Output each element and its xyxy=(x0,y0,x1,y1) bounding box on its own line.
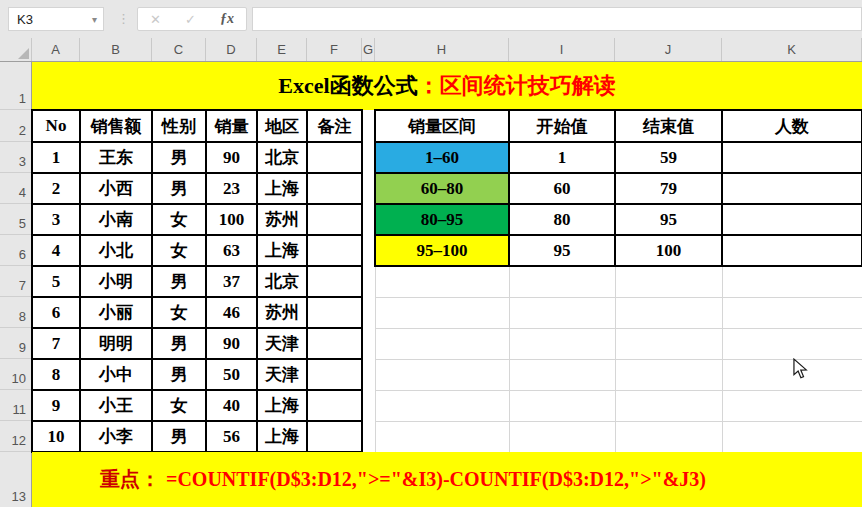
row-header-8[interactable]: 8 xyxy=(0,297,31,328)
formula-banner[interactable]: 重点： =COUNTIF(D$3:D12,">="&I3)-COUNTIF(D$… xyxy=(32,452,862,507)
interval-range-cell[interactable]: 95–100 xyxy=(375,235,509,266)
cell[interactable]: 女 xyxy=(152,204,206,235)
cell[interactable]: 79 xyxy=(615,173,722,204)
cell[interactable]: 6 xyxy=(32,297,80,328)
cell[interactable]: 小丽 xyxy=(80,297,152,328)
row-header-4[interactable]: 4 xyxy=(0,173,31,204)
cell[interactable]: 5 xyxy=(32,266,80,297)
cell[interactable]: 小南 xyxy=(80,204,152,235)
cell[interactable]: 9 xyxy=(32,390,80,421)
row-header-11[interactable]: 11 xyxy=(0,390,31,421)
cell[interactable]: 1 xyxy=(509,142,615,173)
cell[interactable] xyxy=(307,142,362,173)
column-header-j[interactable]: J xyxy=(615,38,722,61)
header-cell[interactable]: 结束值 xyxy=(615,110,722,142)
cell[interactable]: 王东 xyxy=(80,142,152,173)
cell[interactable] xyxy=(722,142,862,173)
cell[interactable] xyxy=(307,297,362,328)
cell[interactable]: 80 xyxy=(509,204,615,235)
name-box-dropdown-icon[interactable]: ▾ xyxy=(92,14,103,25)
column-header-i[interactable]: I xyxy=(509,38,615,61)
cell[interactable]: 小北 xyxy=(80,235,152,266)
formula-bar[interactable] xyxy=(252,7,862,31)
cell[interactable]: 小中 xyxy=(80,359,152,390)
header-cell[interactable]: No xyxy=(32,110,80,142)
cell[interactable] xyxy=(307,421,362,452)
cell[interactable]: 95 xyxy=(509,235,615,266)
cancel-icon[interactable]: ✕ xyxy=(150,12,161,27)
column-header-c[interactable]: C xyxy=(152,38,206,61)
cell[interactable] xyxy=(307,390,362,421)
cell[interactable] xyxy=(307,204,362,235)
cell[interactable]: 女 xyxy=(152,390,206,421)
cell[interactable]: 100 xyxy=(615,235,722,266)
interval-range-cell[interactable]: 80–95 xyxy=(375,204,509,235)
column-header-k[interactable]: K xyxy=(722,38,862,61)
column-header-g[interactable]: G xyxy=(362,38,375,61)
cell[interactable]: 上海 xyxy=(257,421,307,452)
cell[interactable]: 10 xyxy=(32,421,80,452)
header-cell[interactable]: 销售额 xyxy=(80,110,152,142)
cell[interactable] xyxy=(722,173,862,204)
row-header-12[interactable]: 12 xyxy=(0,421,31,452)
cell[interactable]: 7 xyxy=(32,328,80,359)
cell[interactable]: 小王 xyxy=(80,390,152,421)
cell[interactable]: 37 xyxy=(206,266,257,297)
header-cell[interactable]: 销量区间 xyxy=(375,110,509,142)
row-header-3[interactable]: 3 xyxy=(0,142,31,173)
cell[interactable]: 90 xyxy=(206,328,257,359)
cell[interactable] xyxy=(722,235,862,266)
cell[interactable]: 北京 xyxy=(257,266,307,297)
column-header-h[interactable]: H xyxy=(375,38,509,61)
cell[interactable]: 小明 xyxy=(80,266,152,297)
column-header-e[interactable]: E xyxy=(257,38,307,61)
cell[interactable] xyxy=(307,328,362,359)
header-cell[interactable]: 备注 xyxy=(307,110,362,142)
cell[interactable]: 男 xyxy=(152,359,206,390)
cell[interactable]: 男 xyxy=(152,266,206,297)
name-box-input[interactable] xyxy=(9,12,87,27)
cell[interactable]: 90 xyxy=(206,142,257,173)
row-header-10[interactable]: 10 xyxy=(0,359,31,390)
cell[interactable]: 天津 xyxy=(257,359,307,390)
cell[interactable]: 女 xyxy=(152,297,206,328)
header-cell[interactable]: 人数 xyxy=(722,110,862,142)
name-box[interactable]: ▾ xyxy=(8,7,104,31)
cell[interactable] xyxy=(307,173,362,204)
cell[interactable]: 95 xyxy=(615,204,722,235)
cell[interactable]: 100 xyxy=(206,204,257,235)
column-header-d[interactable]: D xyxy=(206,38,257,61)
enter-icon[interactable]: ✓ xyxy=(185,12,196,27)
cell[interactable]: 4 xyxy=(32,235,80,266)
insert-function-icon[interactable]: ƒx xyxy=(220,11,234,27)
cell[interactable]: 男 xyxy=(152,173,206,204)
cell[interactable]: 2 xyxy=(32,173,80,204)
title-banner[interactable]: Excel函数公式：区间统计技巧解读 xyxy=(32,62,862,110)
cell[interactable]: 8 xyxy=(32,359,80,390)
cell[interactable]: 男 xyxy=(152,328,206,359)
cell[interactable]: 小西 xyxy=(80,173,152,204)
header-cell[interactable]: 销量 xyxy=(206,110,257,142)
row-header-1[interactable]: 1 xyxy=(0,62,31,110)
cell[interactable]: 40 xyxy=(206,390,257,421)
cell[interactable]: 3 xyxy=(32,204,80,235)
cell[interactable]: 明明 xyxy=(80,328,152,359)
cell[interactable] xyxy=(307,266,362,297)
row-header-5[interactable]: 5 xyxy=(0,204,31,235)
header-cell[interactable]: 性别 xyxy=(152,110,206,142)
column-header-b[interactable]: B xyxy=(80,38,152,61)
cell[interactable]: 北京 xyxy=(257,142,307,173)
cell[interactable]: 63 xyxy=(206,235,257,266)
cell[interactable]: 男 xyxy=(152,142,206,173)
cell[interactable]: 60 xyxy=(509,173,615,204)
cell[interactable]: 上海 xyxy=(257,235,307,266)
row-header-7[interactable]: 7 xyxy=(0,266,31,297)
interval-range-cell[interactable]: 60–80 xyxy=(375,173,509,204)
cell[interactable]: 1 xyxy=(32,142,80,173)
row-header-9[interactable]: 9 xyxy=(0,328,31,359)
row-header-6[interactable]: 6 xyxy=(0,235,31,266)
header-cell[interactable]: 开始值 xyxy=(509,110,615,142)
cell[interactable] xyxy=(722,204,862,235)
formula-bar-input[interactable] xyxy=(253,8,861,30)
row-header-2[interactable]: 2 xyxy=(0,110,31,142)
